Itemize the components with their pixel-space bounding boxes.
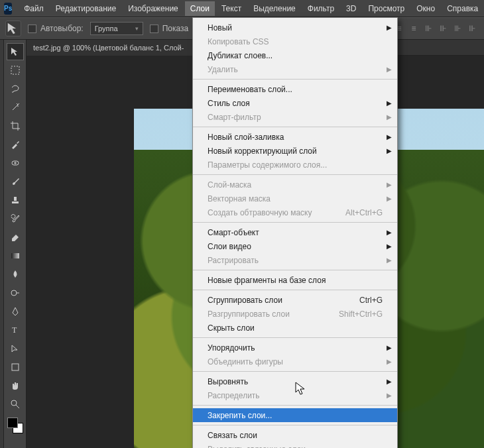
menu-текст[interactable]: Текст <box>216 1 247 16</box>
svg-point-5 <box>11 290 17 296</box>
submenu-arrow-icon: ▶ <box>387 358 392 365</box>
eyedropper-tool[interactable] <box>7 136 24 153</box>
menu-item-label: Смарт-фильтр <box>208 113 383 122</box>
magic-wand-tool[interactable] <box>7 99 24 116</box>
menu-item-label: Новые фрагменты на базе слоя <box>208 276 383 285</box>
submenu-arrow-icon: ▶ <box>387 66 392 73</box>
menu-3d[interactable]: 3D <box>341 1 361 16</box>
foreground-color-swatch[interactable] <box>7 418 18 428</box>
submenu-arrow-icon: ▶ <box>387 99 392 107</box>
lasso-tool[interactable] <box>7 80 24 97</box>
hand-tool[interactable] <box>7 377 24 394</box>
submenu-arrow-icon: ▶ <box>387 24 392 31</box>
menu-item: Разгруппировать слоиShift+Ctrl+G <box>193 307 397 321</box>
panel-strip <box>0 40 4 448</box>
dodge-tool[interactable] <box>7 284 24 302</box>
brush-tool[interactable] <box>7 173 24 190</box>
menu-item-label: Слои видео <box>208 242 383 251</box>
menu-item-label: Сгруппировать слои <box>208 296 351 305</box>
distribute-icon[interactable]: ⊪ <box>465 22 479 35</box>
align-icon[interactable]: ≡ <box>407 22 420 35</box>
distribute-icon[interactable]: ⊪ <box>451 22 464 35</box>
menu-item[interactable]: Новые фрагменты на базе слоя <box>193 273 397 287</box>
svg-rect-3 <box>12 201 19 203</box>
menu-item-shortcut: Shift+Ctrl+G <box>339 309 383 319</box>
eraser-tool[interactable] <box>7 229 24 246</box>
menu-item-label: Выровнять <box>208 377 383 386</box>
menu-item[interactable]: Новый▶ <box>193 21 397 34</box>
menu-item: Распределить▶ <box>193 388 397 402</box>
menu-item-label: Новый корректирующий слой <box>208 146 383 156</box>
menu-редактирование[interactable]: Редактирование <box>50 1 121 16</box>
healing-tool[interactable] <box>7 154 24 172</box>
group-select[interactable]: Группа ▾ <box>90 22 143 35</box>
menu-item[interactable]: Связать слои <box>193 428 397 442</box>
menu-item[interactable]: Переименовать слой... <box>193 82 397 96</box>
menu-окно[interactable]: Окно <box>411 1 440 16</box>
menubar: Ps ФайлРедактированиеИзображениеСлоиТекс… <box>0 0 484 17</box>
submenu-arrow-icon: ▶ <box>387 243 392 250</box>
stamp-tool[interactable] <box>7 192 24 209</box>
menu-item[interactable]: Слои видео▶ <box>193 239 397 253</box>
submenu-arrow-icon: ▶ <box>387 181 392 188</box>
menu-item-label: Скрыть слои <box>208 323 383 333</box>
menu-слои[interactable]: Слои <box>185 1 215 16</box>
menu-item[interactable]: Стиль слоя▶ <box>193 96 397 110</box>
zoom-tool[interactable] <box>7 396 24 413</box>
shape-tool[interactable] <box>7 359 24 376</box>
submenu-arrow-icon: ▶ <box>387 229 392 236</box>
menu-item[interactable]: Сгруппировать слоиCtrl+G <box>193 293 397 307</box>
menu-item-label: Новый слой-заливка <box>208 133 383 142</box>
menu-item-label: Дубликат слоев... <box>208 51 383 60</box>
show-label: Показа <box>162 24 189 33</box>
menu-item-label: Новый <box>208 23 383 32</box>
checkbox-box[interactable] <box>28 25 36 33</box>
svg-rect-7 <box>12 364 19 370</box>
menu-файл[interactable]: Файл <box>19 1 49 16</box>
gradient-tool[interactable] <box>7 247 24 264</box>
submenu-arrow-icon: ▶ <box>387 344 392 351</box>
color-swatches[interactable] <box>7 418 23 433</box>
auto-select-checkbox[interactable]: Автовыбор: <box>28 24 84 33</box>
path-select-tool[interactable] <box>7 340 24 357</box>
tools-panel: T <box>4 40 27 448</box>
menu-item: Объединить фигуры▶ <box>193 355 397 368</box>
menu-просмотр[interactable]: Просмотр <box>363 1 410 16</box>
menu-item-label: Переименовать слой... <box>208 85 383 94</box>
distribute-icon[interactable]: ⊪ <box>422 22 435 35</box>
move-tool-icon[interactable] <box>5 21 21 36</box>
history-brush-tool[interactable] <box>7 210 24 227</box>
show-checkbox[interactable]: Показа <box>150 24 189 33</box>
checkbox-box[interactable] <box>150 25 158 33</box>
marquee-tool[interactable] <box>7 62 24 79</box>
distribute-icon[interactable]: ⊪ <box>436 22 450 35</box>
menu-item[interactable]: Закрепить слои... <box>193 408 397 422</box>
menu-фильтр[interactable]: Фильтр <box>302 1 339 16</box>
submenu-arrow-icon: ▶ <box>387 256 392 264</box>
menu-item[interactable]: Выровнять▶ <box>193 374 397 388</box>
menu-item[interactable]: Дубликат слоев... <box>193 48 397 62</box>
menu-item-label: Смарт-объект <box>208 228 383 237</box>
move-tool[interactable] <box>7 43 24 60</box>
app-logo: Ps <box>4 3 12 15</box>
menu-item-label: Копировать CSS <box>208 37 383 46</box>
menu-изображение[interactable]: Изображение <box>123 1 184 16</box>
menu-item[interactable]: Новый корректирующий слой▶ <box>193 144 397 158</box>
menu-выделение[interactable]: Выделение <box>248 1 301 16</box>
crop-tool[interactable] <box>7 117 24 135</box>
submenu-arrow-icon: ▶ <box>387 147 392 154</box>
menu-item[interactable]: Смарт-объект▶ <box>193 225 397 239</box>
menu-справка[interactable]: Справка <box>442 1 483 16</box>
document-tab[interactable]: test2.jpg @ 100% (Цветовой баланс 1, Сло… <box>27 40 199 56</box>
menu-item: Смарт-фильтр▶ <box>193 110 397 124</box>
blur-tool[interactable] <box>7 266 24 283</box>
menu-item[interactable]: Скрыть слои <box>193 321 397 335</box>
menu-item-label: Растрировать <box>208 256 383 265</box>
menu-item[interactable]: Новый слой-заливка▶ <box>193 130 397 144</box>
type-tool[interactable]: T <box>7 321 24 339</box>
menu-item-shortcut: Alt+Ctrl+G <box>345 208 383 217</box>
submenu-arrow-icon: ▶ <box>387 133 392 140</box>
menu-item: Слой-маска▶ <box>193 178 397 192</box>
menu-item[interactable]: Упорядочить▶ <box>193 341 397 355</box>
pen-tool[interactable] <box>7 303 24 320</box>
